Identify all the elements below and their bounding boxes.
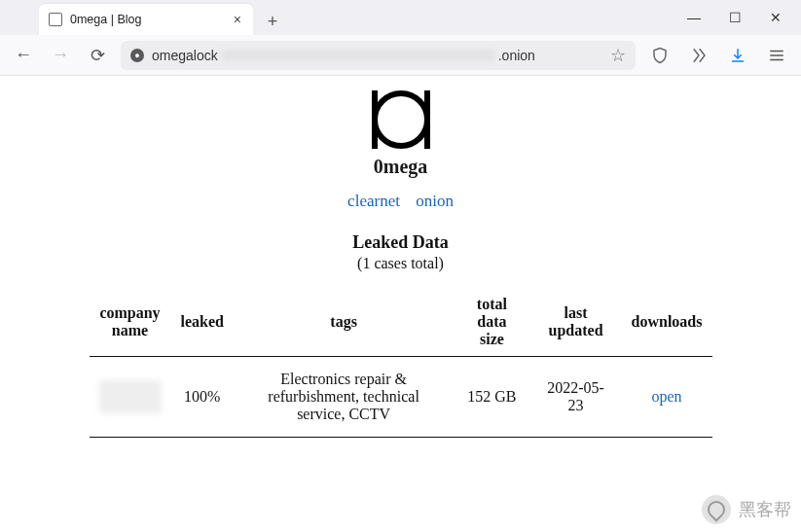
col-updated: lastupdated [530, 290, 622, 357]
watermark-text: 黑客帮 [739, 498, 791, 521]
reload-button[interactable]: ⟳ [84, 42, 111, 69]
page-content: 0mega clearnet onion Leaked Data (1 case… [0, 76, 801, 438]
cell-tags: Electronics repair & refurbishment, tech… [234, 357, 454, 438]
table-row: 100% Electronics repair & refurbishment,… [90, 357, 712, 438]
tab-strip: 0mega | Blog × + — ☐ ✕ [0, 0, 801, 35]
back-button[interactable]: ← [10, 42, 37, 69]
cell-updated: 2022-05-23 [530, 357, 622, 438]
redacted-company [99, 380, 162, 413]
lock-icon: ● [130, 49, 144, 62]
shield-icon[interactable] [645, 41, 674, 70]
watermark: 黑客帮 [702, 495, 791, 524]
onion-link[interactable]: onion [416, 192, 454, 210]
cell-downloads: open [622, 357, 712, 438]
maximize-button[interactable]: ☐ [715, 4, 754, 31]
col-company: companyname [90, 290, 171, 357]
address-bar[interactable]: ● omegalock .onion ☆ [121, 41, 636, 70]
url-prefix: omegalock [152, 48, 218, 63]
cell-company [90, 357, 171, 438]
open-link[interactable]: open [651, 388, 681, 405]
cell-size: 152 GB [454, 357, 529, 438]
favicon-icon [49, 13, 62, 26]
col-tags: tags [234, 290, 454, 357]
col-leaked: leaked [171, 290, 234, 357]
forward-button: → [47, 42, 74, 69]
url-redacted [222, 50, 494, 61]
minimize-button[interactable]: — [674, 4, 713, 31]
tab-title: 0mega | Blog [70, 13, 224, 26]
extensions-icon[interactable] [684, 41, 713, 70]
col-size: totaldata size [454, 290, 529, 357]
svg-point-2 [375, 93, 427, 146]
table-header-row: companyname leaked tags totaldata size l… [90, 290, 712, 357]
url-text: omegalock .onion [152, 48, 602, 63]
clearnet-link[interactable]: clearnet [347, 192, 400, 210]
cell-leaked: 100% [171, 357, 234, 438]
bookmark-icon[interactable]: ☆ [610, 45, 626, 66]
brand-logo-icon [368, 89, 434, 150]
downloads-icon[interactable] [723, 41, 752, 70]
brand-name: 0mega [10, 156, 791, 178]
menu-icon[interactable] [762, 41, 791, 70]
close-tab-icon[interactable]: × [232, 12, 243, 27]
window-controls: — ☐ ✕ [674, 4, 795, 31]
section-title: Leaked Data [10, 232, 791, 253]
browser-tab[interactable]: 0mega | Blog × [39, 4, 253, 35]
section-subtitle: (1 cases total) [10, 255, 791, 272]
col-downloads: downloads [622, 290, 712, 357]
toolbar: ← → ⟳ ● omegalock .onion ☆ [0, 35, 801, 76]
site-nav: clearnet onion [10, 192, 791, 211]
watermark-icon [702, 495, 731, 524]
new-tab-button[interactable]: + [259, 8, 286, 35]
close-window-button[interactable]: ✕ [756, 4, 795, 31]
url-suffix: .onion [498, 48, 535, 63]
leaked-data-table: companyname leaked tags totaldata size l… [90, 290, 712, 438]
